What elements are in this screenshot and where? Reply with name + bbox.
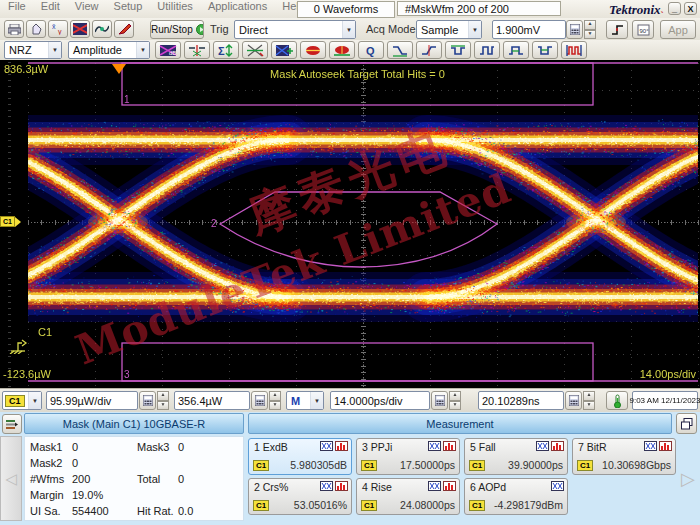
source-badge: C1	[577, 460, 593, 471]
high-level-button[interactable]	[445, 41, 471, 59]
fall-time-icon	[391, 44, 409, 57]
source-badge: C1	[469, 500, 485, 511]
measurement-label: 5 Fall	[470, 441, 496, 453]
mask-waveform-count: #MskWfm 200 of 200	[405, 3, 509, 15]
horizontal-scale-stepper[interactable]: ▲▼	[449, 391, 461, 410]
variables-icon: x̄y	[52, 23, 64, 35]
measurement-card-rise[interactable]: 4 RiseC124.08000ps	[356, 478, 460, 515]
q-factor-button[interactable]: Q	[358, 41, 384, 59]
mask-margin-button[interactable]	[271, 41, 297, 59]
horizontal-scale-keypad[interactable]	[431, 391, 448, 410]
measurement-label: 3 PPJi	[362, 441, 392, 453]
mask3-label: Mask3	[137, 441, 169, 453]
mask-panel-menu-button[interactable]	[2, 414, 22, 434]
step-up-icon[interactable]: ▲	[584, 20, 596, 30]
meas-category-select[interactable]: Amplitude ▼	[68, 41, 150, 59]
vertical-scale-field[interactable]: 95.99µW/div	[46, 391, 138, 410]
horizontal-scale-field[interactable]: 14.0000ps/div	[330, 391, 430, 410]
channel-reference-marker[interactable]: C1	[0, 216, 21, 227]
trig-source-select[interactable]: Direct ▼	[234, 20, 356, 39]
measurement-restore-button[interactable]	[676, 413, 697, 434]
measurement-card-crs%[interactable]: 2 Crs%C153.05016%	[248, 478, 352, 515]
timebase-value: M	[291, 395, 300, 407]
measurement-panel-header[interactable]: Measurement	[248, 413, 672, 434]
trigger-level-stepper[interactable]: ▲▼	[584, 20, 596, 39]
neg-width-button[interactable]	[532, 41, 558, 59]
menu-view[interactable]: View	[69, 0, 105, 12]
crossing-percent-button[interactable]	[242, 41, 268, 59]
statistics-icon	[644, 441, 657, 451]
measurement-label: 4 Rise	[362, 481, 392, 493]
graticule-area[interactable]: 摩泰光电 ModuleTek Limited 836.3µW Mask Auto…	[0, 60, 700, 388]
pos-width-button[interactable]	[503, 41, 529, 59]
measurement-scroll-right[interactable]: ▷	[678, 440, 698, 518]
horizontal-position-field[interactable]: 20.10289ns	[478, 391, 564, 410]
step-down-icon[interactable]: ▼	[584, 30, 596, 40]
measurement-card-fall[interactable]: 5 FallC139.90000ps	[464, 438, 568, 475]
edge-trigger-button[interactable]	[606, 20, 628, 39]
temperature-button[interactable]	[606, 391, 628, 410]
measurement-card-aopd[interactable]: 6 AOPdC1-4.298179dBm	[464, 478, 568, 515]
period-button[interactable]	[474, 41, 500, 59]
menu-edit[interactable]: Edit	[35, 0, 66, 12]
amplitude-range-button[interactable]: Σ	[213, 41, 239, 59]
vertical-offset-keypad[interactable]	[251, 391, 268, 410]
calculator-icon	[569, 395, 579, 406]
print-button[interactable]	[4, 20, 24, 38]
signal-type-select[interactable]: NRZ ▼	[4, 41, 62, 59]
edge-icon	[611, 24, 624, 36]
measurement-value: 17.50000ps	[400, 459, 455, 471]
horizontal-position-stepper[interactable]: ▲▼	[583, 391, 595, 410]
menu-setup[interactable]: Setup	[108, 0, 149, 12]
mask-panel-collapse[interactable]: ◁	[0, 436, 22, 521]
fall-time-button[interactable]	[387, 41, 413, 59]
waveform-database-button[interactable]	[92, 20, 112, 38]
vertical-offset-stepper[interactable]: ▲▼	[269, 391, 281, 410]
mask-margin-icon	[275, 44, 293, 57]
trigger-level-value: 1.900mV	[496, 24, 540, 36]
horizontal-position-keypad[interactable]	[565, 391, 582, 410]
align-markers-button[interactable]	[184, 41, 210, 59]
datetime-value: 9:03 AM 12/11/2023	[629, 396, 700, 405]
neg-width-icon	[536, 44, 554, 57]
acq-mode-select[interactable]: Sample ▼	[416, 20, 482, 39]
touch-mode-button[interactable]	[26, 20, 46, 38]
minimize-button[interactable]: _	[668, 2, 681, 15]
vertical-scale-keypad[interactable]	[139, 391, 156, 410]
app-button[interactable]: App	[660, 20, 696, 39]
vertical-scale-stepper[interactable]: ▲▼	[157, 391, 169, 410]
mask-db-button[interactable]: dB	[155, 41, 181, 59]
vertical-channel-select[interactable]: C1 ▼	[2, 391, 42, 410]
wfms-value: 200	[72, 473, 90, 485]
chevron-down-icon: ▼	[468, 21, 481, 38]
app-label: App	[668, 24, 688, 36]
menu-file[interactable]: File	[2, 0, 32, 12]
define-math-button[interactable]: x̄y	[48, 20, 68, 38]
vertical-offset-field[interactable]: 356.4µW	[174, 391, 250, 410]
eye-height-button[interactable]	[300, 41, 326, 59]
measurement-toolbar: NRZ ▼ Amplitude ▼ dBΣQ	[0, 40, 700, 61]
mask1-label: Mask1	[30, 441, 62, 453]
burst-width-button[interactable]	[561, 41, 587, 59]
keypad-button[interactable]	[566, 20, 583, 39]
timebase-select[interactable]: M ▼	[286, 391, 324, 410]
list-options-icon	[6, 419, 18, 430]
trigger-level-field[interactable]: 1.900mV	[492, 20, 566, 39]
eye-width-button[interactable]	[329, 41, 355, 59]
logo-accent: ˴	[661, 5, 664, 16]
horizontal-mode-button[interactable]: 90°	[632, 20, 654, 39]
annotation-button[interactable]	[114, 20, 134, 38]
rise-time-button[interactable]	[416, 41, 442, 59]
menu-applications[interactable]: Applications	[202, 0, 273, 12]
measurement-card-exdb[interactable]: 1 ExdBC15.980305dB	[248, 438, 352, 475]
measurement-card-ppji[interactable]: 3 PPJiC117.50000ps	[356, 438, 460, 475]
run-stop-button[interactable]: Run/Stop	[150, 20, 204, 39]
menu-utilities[interactable]: Utilities	[151, 0, 198, 12]
close-button[interactable]: X	[684, 2, 697, 15]
measurement-value: 10.30698Gbps	[602, 459, 671, 471]
mask-panel-header[interactable]: Mask (Main C1) 10GBASE-R	[24, 413, 244, 434]
statistics-icon	[428, 441, 441, 451]
measurement-card-bitr[interactable]: 7 BitRC110.30698Gbps	[572, 438, 676, 475]
mask-test-button[interactable]	[70, 20, 90, 38]
run-stop-label: Run/Stop	[151, 24, 193, 35]
